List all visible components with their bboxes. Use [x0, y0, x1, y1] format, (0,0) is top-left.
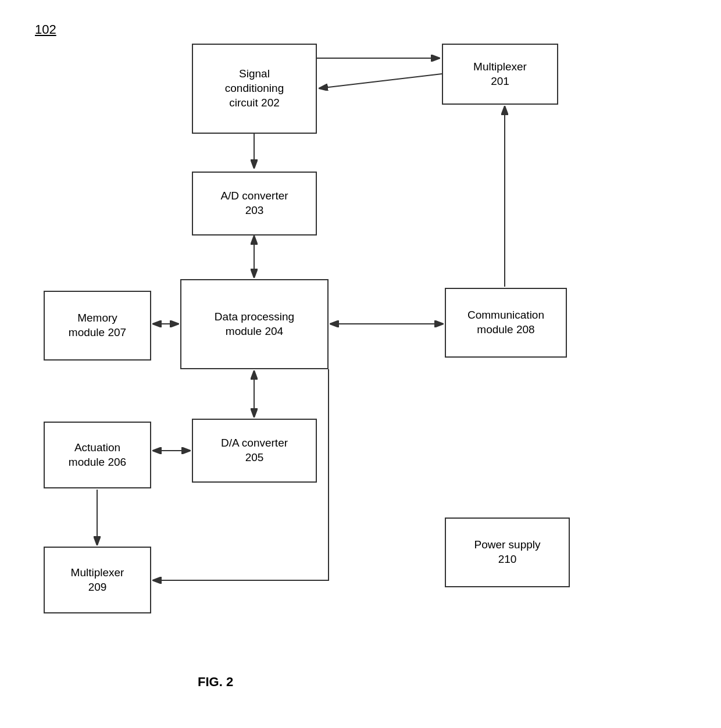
label-102: 102 — [35, 22, 56, 37]
power-supply-block: Power supply 210 — [445, 518, 570, 587]
multiplexer-209-block: Multiplexer 209 — [44, 547, 151, 613]
communication-module-block: Communication module 208 — [445, 288, 567, 358]
multiplexer-201-block: Multiplexer 201 — [442, 44, 558, 105]
ad-converter-block: A/D converter 203 — [192, 172, 317, 235]
da-converter-block: D/A converter 205 — [192, 419, 317, 483]
svg-line-4 — [319, 74, 442, 88]
diagram-container: 102 Signal conditioning circuit 202 Mult… — [0, 0, 721, 728]
fig-label: FIG. 2 — [198, 675, 233, 690]
arrows-svg — [0, 0, 721, 728]
actuation-module-block: Actuation module 206 — [44, 422, 151, 488]
data-processing-block: Data processing module 204 — [180, 279, 329, 369]
memory-module-block: Memory module 207 — [44, 291, 151, 361]
signal-conditioning-block: Signal conditioning circuit 202 — [192, 44, 317, 134]
